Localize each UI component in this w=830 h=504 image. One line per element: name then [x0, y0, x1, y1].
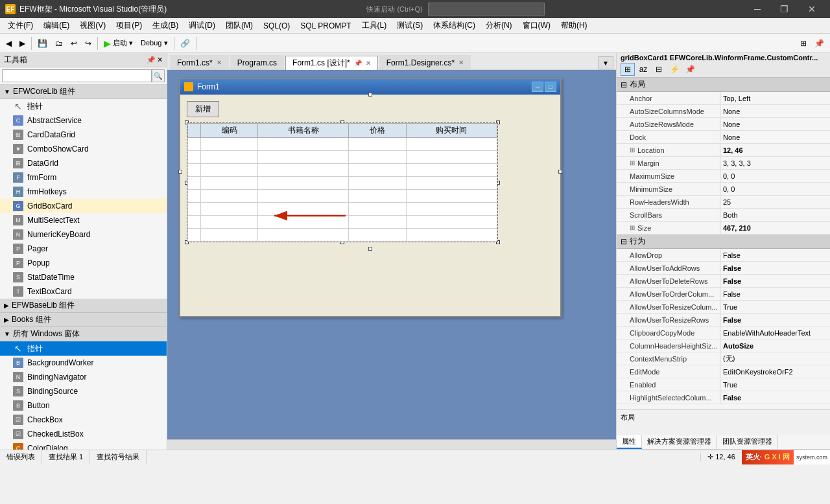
menu-sql-prompt[interactable]: SQL PROMPT	[295, 19, 356, 33]
toolbox-item-button[interactable]: B Button	[0, 398, 167, 413]
toolbox-item-checkbox[interactable]: ☑ CheckBox	[0, 413, 167, 427]
tab-form1-cs[interactable]: Form1.cs* ✕	[170, 55, 229, 69]
toolbox-group-winforms-header[interactable]: ▼ 所有 Windows 窗体	[0, 327, 167, 341]
group-label: EFWCoreLib 组件	[13, 86, 75, 97]
menu-debug[interactable]: 调试(D)	[184, 19, 220, 33]
toolbar-start[interactable]: ▶ 启动 ▾	[101, 35, 136, 52]
toolbar-undo[interactable]: ↩	[67, 35, 80, 52]
toolbox-item-pointer1[interactable]: ↖ 指针	[0, 99, 167, 113]
toolbox-search-area: 🔍	[0, 67, 167, 85]
toolbar-debug-mode[interactable]: Debug ▾	[137, 35, 171, 52]
toolbox-group-books-header[interactable]: ▶ Books 组件	[0, 313, 167, 327]
close-button[interactable]: ✕	[799, 0, 825, 18]
props-allowusertoordercolumns-name: AllowUserToOrderColum...	[617, 288, 720, 300]
toolbox-pin[interactable]: 📌	[147, 56, 156, 64]
toolbox-item-popup[interactable]: P Popup	[0, 256, 167, 270]
add-button[interactable]: 新增	[187, 101, 219, 117]
toolbox-item-pager[interactable]: P Pager	[0, 242, 167, 256]
component-icon: H	[13, 187, 23, 197]
coords-display: ✛ 12, 46	[700, 453, 742, 461]
menu-team[interactable]: 团队(M)	[220, 19, 258, 33]
toolbox-item-frmhotkeys[interactable]: H frmHotkeys	[0, 185, 167, 199]
toolbox-item-textboxcard[interactable]: T TextBoxCard	[0, 284, 167, 299]
minimize-button[interactable]: ─	[744, 0, 770, 18]
toolbar-save[interactable]: 💾	[34, 35, 51, 52]
form-minimize[interactable]: ─	[532, 82, 543, 92]
menu-test[interactable]: 测试(S)	[392, 19, 428, 33]
coords-value: 12, 46	[715, 453, 735, 461]
props-section-behavior-header[interactable]: ⊟ 行为	[617, 235, 830, 249]
menu-help[interactable]: 帮助(H)	[556, 19, 593, 33]
menu-project[interactable]: 项目(P)	[111, 19, 147, 33]
restore-button[interactable]: ❐	[772, 0, 798, 18]
tab-close-icon[interactable]: ✕	[217, 59, 222, 66]
toolbox-search-input[interactable]	[2, 69, 152, 82]
menu-window[interactable]: 窗口(W)	[517, 19, 556, 33]
toolbox-item-comboshowcard[interactable]: ▼ ComboShowCard	[0, 142, 167, 156]
props-section-layout-header[interactable]: ⊟ 布局	[617, 78, 830, 92]
menu-sql[interactable]: SQL(O)	[258, 19, 295, 33]
toolbar-save-all[interactable]: 🗂	[52, 35, 66, 52]
toolbox-item-datagrid[interactable]: ⊞ DataGrid	[0, 156, 167, 170]
toolbar-forward[interactable]: ▶	[16, 35, 29, 52]
menu-file[interactable]: 文件(F)	[3, 19, 38, 33]
props-properties[interactable]: ⊟	[652, 63, 666, 76]
props-sort-alpha[interactable]: az	[636, 63, 650, 76]
props-pin[interactable]: 📌	[683, 63, 697, 76]
toolbox-close[interactable]: ✕	[157, 56, 163, 64]
group-arrow-icon: ▼	[4, 88, 10, 95]
toolbox-item-numerickeyboard[interactable]: N NumericKeyBoard	[0, 227, 167, 242]
menu-architecture[interactable]: 体系结构(C)	[428, 19, 480, 33]
form-maximize[interactable]: □	[545, 82, 556, 92]
props-events[interactable]: ⚡	[667, 63, 682, 76]
menu-view[interactable]: 视图(V)	[75, 19, 111, 33]
props-row-columnheadersheightsize: ColumnHeadersHeightSiz... AutoSize	[617, 339, 830, 352]
toolbox-item-colordialog[interactable]: C ColorDialog	[0, 441, 167, 450]
toolbox-item-checkedlistbox[interactable]: ☑ CheckedListBox	[0, 427, 167, 441]
toolbar-auto-hide[interactable]: 📌	[811, 35, 827, 52]
tab-form1-designer-cs[interactable]: Form1.Designer.cs* ✕	[379, 55, 471, 69]
tab-close-icon[interactable]: ✕	[366, 60, 371, 67]
grid-row	[188, 190, 497, 203]
props-allowdrop-value: False	[720, 251, 830, 259]
component-icon: N	[13, 229, 23, 240]
toolbar-redo[interactable]: ↪	[82, 35, 95, 52]
tab-close-icon[interactable]: ✕	[458, 59, 464, 66]
toolbox-item-frmform[interactable]: F frmForm	[0, 170, 167, 185]
props-sort-category[interactable]: ⊞	[621, 63, 635, 76]
toolbox-item-bgworker[interactable]: B BackgroundWorker	[0, 356, 167, 370]
toolbox-group-efwbaselib-header[interactable]: ▶ EFWBaseLib 组件	[0, 299, 167, 313]
horizontal-scrollbar[interactable]	[167, 439, 616, 450]
toolbox-item-bindingnavigator[interactable]: N BindingNavigator	[0, 370, 167, 384]
toolbar-sep3	[174, 37, 174, 50]
toolbox-item-abstractservice[interactable]: C AbstractService	[0, 113, 167, 128]
menu-build[interactable]: 生成(B)	[147, 19, 184, 33]
toolbox-group-efwcorelib-header[interactable]: ▼ EFWCoreLib 组件	[0, 85, 167, 99]
tab-program-cs[interactable]: Program.cs	[230, 55, 284, 69]
bottom-tab-findsymbol[interactable]: 查找符号结果	[90, 450, 147, 464]
toolbar-attach[interactable]: 🔗	[177, 35, 193, 52]
toolbox-item-statdatetime[interactable]: S StatDateTime	[0, 270, 167, 284]
toolbox-search-button[interactable]: 🔍	[152, 69, 165, 82]
bottom-tab-findresults[interactable]: 查找结果 1	[42, 450, 90, 464]
menu-tools[interactable]: 工具(L)	[357, 19, 392, 33]
toolbar-layout[interactable]: ⊞	[797, 35, 810, 52]
toolbar-back[interactable]: ◀	[3, 35, 15, 52]
props-tab-properties[interactable]: 属性	[617, 435, 642, 449]
menu-edit[interactable]: 编辑(E)	[38, 19, 75, 33]
tab-form1-designer[interactable]: Form1.cs [设计]* 📌 ✕	[285, 56, 378, 70]
toolbox-item-carddatagrid[interactable]: ⊞ CardDataGrid	[0, 128, 167, 142]
props-allowusertodeleterows-name: AllowUserToDeleteRows	[617, 275, 720, 287]
tab-dropdown[interactable]: ▼	[598, 56, 613, 69]
toolbox-item-gridboxcard[interactable]: G GridBoxCard	[0, 199, 167, 213]
toolbox-item-bindingsource[interactable]: S BindingSource	[0, 384, 167, 398]
toolbox-item-multiselecttext[interactable]: M MultiSelectText	[0, 213, 167, 227]
menu-analyze[interactable]: 分析(N)	[480, 19, 517, 33]
props-tab-solution[interactable]: 解决方案资源管理器	[642, 435, 717, 449]
bottom-tab-errors[interactable]: 错误列表	[0, 450, 42, 464]
props-tab-team[interactable]: 团队资源管理器	[717, 435, 778, 449]
props-allowdrop-name: AllowDrop	[617, 249, 720, 261]
quick-start-input[interactable]	[428, 3, 545, 16]
toolbox-item-pointer2[interactable]: ↖ 指针	[0, 341, 167, 356]
props-columnheadersheightsize-value: AutoSize	[720, 342, 830, 350]
